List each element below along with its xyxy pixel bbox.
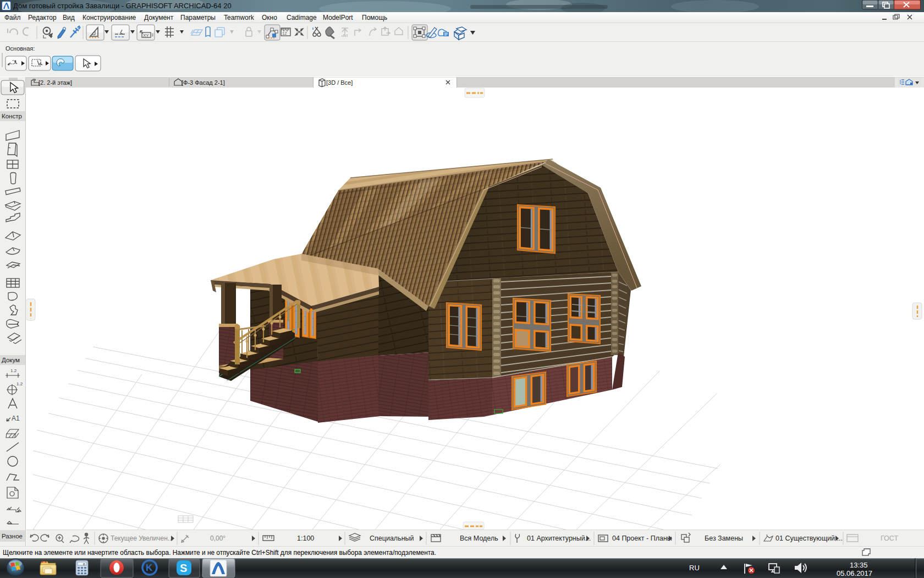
svg-text:Специальный: Специальный	[370, 535, 414, 542]
svg-text:[Ф-3 Фасад 2-1]: [Ф-3 Фасад 2-1]	[182, 79, 225, 86]
svg-text:Разное: Разное	[2, 533, 23, 539]
svg-text:01 Существующий ...: 01 Существующий ...	[776, 535, 843, 542]
svg-text:05.06.2017: 05.06.2017	[837, 569, 872, 577]
svg-text:K: K	[146, 563, 153, 573]
svg-text:ГОСТ: ГОСТ	[881, 535, 898, 542]
svg-text:01 Архитектурный...: 01 Архитектурный...	[527, 535, 591, 542]
svg-text:RU: RU	[689, 564, 700, 572]
svg-text:Вся Модель: Вся Модель	[460, 535, 498, 542]
svg-text:12: 12	[282, 31, 287, 36]
svg-text:[2. 2-й этаж]: [2. 2-й этаж]	[38, 79, 72, 86]
svg-text:0,00°: 0,00°	[210, 535, 226, 542]
svg-text:04 Проект - Планы: 04 Проект - Планы	[612, 535, 672, 542]
svg-text:S: S	[180, 562, 187, 574]
svg-text:[3D / Все]: [3D / Все]	[326, 79, 353, 86]
svg-text:Констр: Констр	[2, 113, 22, 119]
svg-text:1:100: 1:100	[297, 535, 314, 542]
svg-text:A1: A1	[12, 415, 20, 422]
svg-text:1.2: 1.2	[16, 381, 23, 386]
svg-text:Текущее Увеличен...: Текущее Увеличен...	[111, 535, 173, 542]
svg-text:Докум: Докум	[2, 357, 20, 363]
svg-text:1.2: 1.2	[10, 368, 17, 373]
svg-text:Без Замены: Без Замены	[705, 535, 743, 542]
svg-text:XY: XY	[143, 33, 149, 38]
svg-text:13:35: 13:35	[850, 561, 868, 569]
